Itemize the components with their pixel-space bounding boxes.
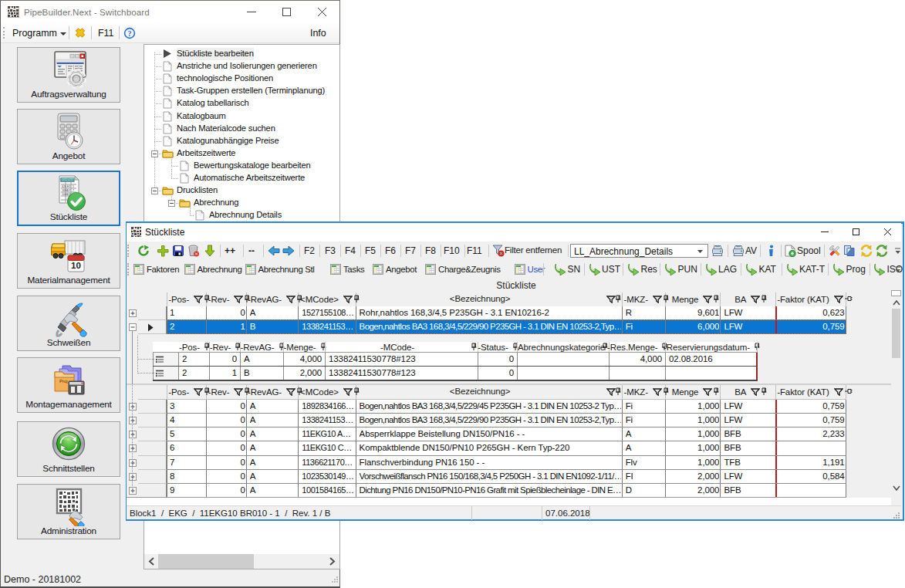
svg-text:7: 7 bbox=[73, 189, 74, 192]
svg-text:?: ? bbox=[128, 29, 132, 38]
svg-text:10: 10 bbox=[71, 261, 81, 270]
svg-text:1: 1 bbox=[73, 185, 74, 188]
svg-text:Stückliste: Stückliste bbox=[59, 178, 75, 182]
svg-text:Proj: Proj bbox=[59, 379, 68, 384]
svg-text:D7: D7 bbox=[67, 189, 71, 192]
svg-text:620: 620 bbox=[62, 185, 66, 188]
svg-text:E1: E1 bbox=[67, 185, 70, 188]
